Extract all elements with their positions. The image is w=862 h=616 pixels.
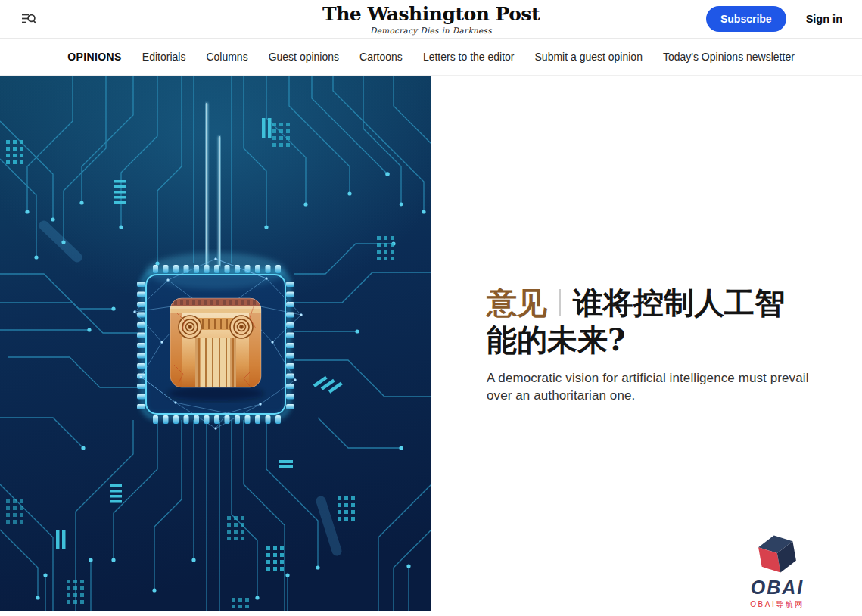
nav-item-submit-guest-opinion[interactable]: Submit a guest opinion [535,51,643,63]
hero-image [0,76,431,611]
obai-logo-text: OBAI [736,578,819,597]
kicker-separator [559,289,561,316]
article-header: 意见谁将控制人工智能的未来? A democratic vision for a… [431,76,862,611]
obai-logo-subtext: OBAI导航网 [736,601,819,608]
cpu-chip [134,258,303,430]
ionic-column-tile [167,298,264,401]
hero-art-circuit-chip [0,76,431,611]
opinions-nav: OPINIONS Editorials Columns Guest opinio… [0,39,862,76]
headline-kicker: 意见 [487,285,547,320]
article-lead: 意见谁将控制人工智能的未来? A democratic vision for a… [0,76,862,611]
obai-cube-icon [754,534,801,574]
menu-search-icon [21,11,38,26]
top-header: The Washington Post Democracy Dies in Da… [0,0,862,39]
article-headline: 意见谁将控制人工智能的未来? [487,285,785,359]
sign-in-link[interactable]: Sign in [806,13,842,25]
obai-watermark: OBAI OBAI导航网 [736,534,819,608]
header-actions: Subscribe Sign in [706,6,842,32]
nav-item-editorials[interactable]: Editorials [142,51,186,63]
nav-item-todays-newsletter[interactable]: Today's Opinions newsletter [663,51,795,63]
wapo-tagline: Democracy Dies in Darkness [370,26,492,35]
nav-item-guest-opinions[interactable]: Guest opinions [269,51,339,63]
nav-item-letters[interactable]: Letters to the editor [423,51,515,63]
subscribe-button[interactable]: Subscribe [706,6,786,32]
article-subheadline: A democratic vision for artificial intel… [487,369,823,406]
nav-item-columns[interactable]: Columns [206,51,247,63]
nav-opinions-label[interactable]: OPINIONS [67,51,122,63]
menu-search-button[interactable] [20,9,39,29]
wapo-logo[interactable]: The Washington Post [322,5,540,23]
nav-item-cartoons[interactable]: Cartoons [359,51,403,63]
